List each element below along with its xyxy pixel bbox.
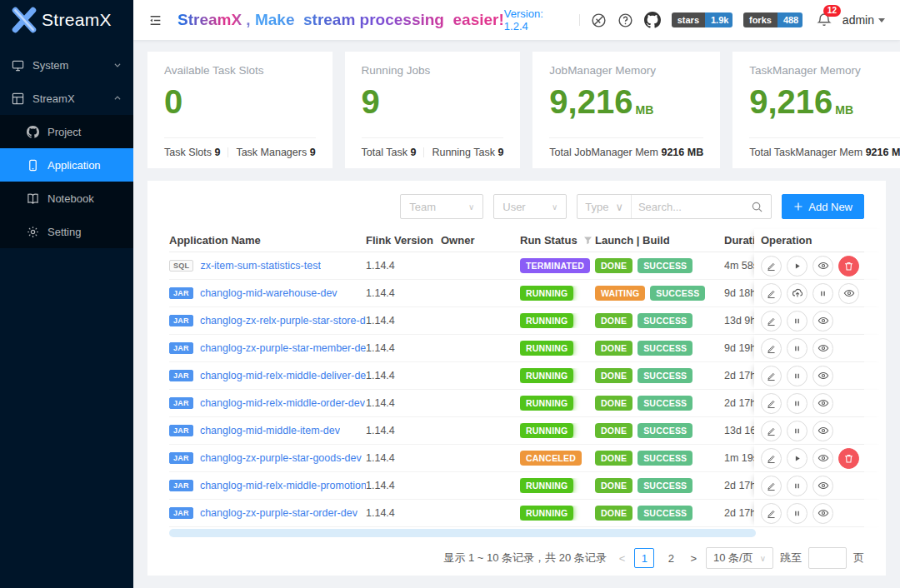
run-status-badge: RUNNING (520, 423, 573, 438)
type-select[interactable]: Type ∨ (578, 195, 632, 218)
search-button[interactable] (751, 201, 771, 213)
help-button[interactable] (618, 12, 633, 28)
pause-icon (792, 508, 802, 519)
main-content: Available Task Slots 0 Task Slots 9 Task… (133, 40, 900, 588)
edit-button[interactable] (761, 283, 782, 304)
job-type-badge: SQL (169, 260, 193, 272)
pause-button[interactable] (787, 476, 808, 496)
col-flink-version: Flink Version (366, 234, 441, 247)
add-new-button[interactable]: Add New (782, 194, 864, 219)
pagination: 显示 1 ~ 10 条记录，共 20 条记录 < 1 2 > 10 条/页 ∨ … (169, 547, 864, 569)
pause-button[interactable] (787, 393, 808, 414)
pause-button[interactable] (787, 311, 808, 331)
run-status-badge: RUNNING (520, 478, 573, 493)
eye-button[interactable] (812, 448, 833, 469)
eye-button[interactable] (812, 476, 833, 496)
job-type-badge: JAR (169, 452, 193, 464)
run-status-badge: RUNNING (520, 396, 573, 411)
application-name-link[interactable]: changlog-zx-purple-star-member-dev (200, 342, 366, 354)
eye-icon (818, 480, 829, 491)
card-footer: Task Slots 9 Task Managers 9 (164, 138, 316, 158)
stars-count: 1.9k (705, 12, 732, 27)
eye-button[interactable] (838, 283, 859, 304)
edit-button[interactable] (761, 311, 782, 331)
menu-fold-button[interactable] (145, 10, 166, 31)
application-name-link[interactable]: changlog-zx-purple-star-order-dev (200, 507, 358, 519)
page-size-select[interactable]: 10 条/页 ∨ (706, 547, 773, 569)
edit-icon (766, 508, 777, 519)
lan-button[interactable] (591, 12, 607, 28)
sidebar-menu: System StreamX Project Application (0, 48, 133, 248)
jump-page-input[interactable] (808, 547, 847, 569)
sidebar-item-application[interactable]: Application (0, 148, 133, 182)
next-page-button[interactable]: > (688, 552, 699, 565)
card-unit: MB (635, 104, 653, 118)
sidebar-item-system[interactable]: System (0, 48, 133, 82)
github-forks-badge[interactable]: forks 488 (743, 12, 802, 27)
team-select-value: Team (409, 201, 436, 213)
eye-button[interactable] (812, 256, 833, 277)
edit-button[interactable] (761, 421, 782, 441)
application-name-link[interactable]: changlog-mid-relx-middle-promotion-dev (200, 480, 366, 491)
eye-button[interactable] (812, 421, 833, 441)
pause-button[interactable] (787, 338, 808, 359)
upload-button[interactable] (787, 283, 808, 304)
application-name-link[interactable]: changlog-zx-purple-star-goods-dev (200, 452, 362, 464)
stat-cards: Available Task Slots 0 Task Slots 9 Task… (148, 52, 886, 168)
sidebar-item-streamx[interactable]: StreamX (0, 82, 133, 115)
eye-button[interactable] (812, 503, 833, 524)
type-select-value: Type (585, 201, 608, 213)
notification-count-badge: 12 (823, 5, 841, 17)
pause-button[interactable] (812, 283, 833, 304)
edit-button[interactable] (761, 476, 782, 496)
page-2-button[interactable]: 2 (661, 548, 681, 568)
table-row: JAR changlog-mid-relx-middle-deliver-dev… (169, 362, 864, 390)
card-value: 9,216MB (749, 85, 900, 118)
eye-button[interactable] (812, 393, 833, 414)
pause-button[interactable] (787, 366, 808, 386)
edit-button[interactable] (761, 338, 782, 359)
job-type-badge: JAR (169, 480, 193, 491)
sidebar-item-notebook[interactable]: Notebook (0, 182, 133, 215)
play-button[interactable] (787, 448, 808, 469)
build-status-badge: SUCCESS (638, 341, 692, 356)
application-name-link[interactable]: changlog-mid-relx-middle-order-dev (200, 397, 365, 409)
filter-funnel-icon[interactable] (583, 236, 592, 245)
play-button[interactable] (787, 256, 808, 277)
edit-button[interactable] (761, 393, 782, 414)
scrollbar-thumb[interactable] (169, 529, 756, 537)
pause-button[interactable] (787, 421, 808, 441)
application-name-link[interactable]: zx-item-sum-statistics-test (200, 260, 320, 272)
application-name-link[interactable]: changlog-mid-warehouse-dev (200, 287, 338, 299)
run-status-badge: RUNNING (520, 286, 573, 301)
team-select[interactable]: Team ∨ (400, 194, 483, 219)
card-value: 9,216MB (549, 85, 703, 118)
edit-button[interactable] (761, 366, 782, 386)
username: admin (842, 13, 874, 27)
app-logo[interactable]: StreamX (0, 0, 133, 40)
sidebar-item-label: Project (48, 126, 122, 138)
github-button[interactable] (644, 12, 661, 28)
search-input[interactable] (632, 201, 751, 213)
edit-button[interactable] (761, 448, 782, 469)
edit-button[interactable] (761, 256, 782, 277)
edit-button[interactable] (761, 503, 782, 524)
eye-button[interactable] (812, 366, 833, 386)
eye-button[interactable] (812, 311, 833, 331)
delete-button[interactable] (838, 448, 859, 469)
page-1-button[interactable]: 1 (634, 548, 654, 568)
eye-button[interactable] (812, 338, 833, 359)
pause-button[interactable] (787, 503, 808, 524)
delete-button[interactable] (838, 256, 859, 277)
edit-icon (766, 453, 777, 464)
application-name-link[interactable]: changlog-zx-relx-purple-star-store-dev (200, 315, 366, 326)
prev-page-button[interactable]: < (617, 552, 628, 565)
divider (579, 14, 580, 26)
application-name-link[interactable]: changlog-mid-relx-middle-deliver-dev (200, 370, 366, 381)
application-name-link[interactable]: changlog-mid-middle-item-dev (200, 425, 340, 436)
sidebar-item-setting[interactable]: Setting (0, 215, 133, 248)
user-select[interactable]: User ∨ (493, 194, 567, 219)
sidebar-item-project[interactable]: Project (0, 115, 133, 148)
user-menu[interactable]: admin (842, 13, 885, 27)
github-stars-badge[interactable]: stars 1.9k (672, 12, 732, 27)
